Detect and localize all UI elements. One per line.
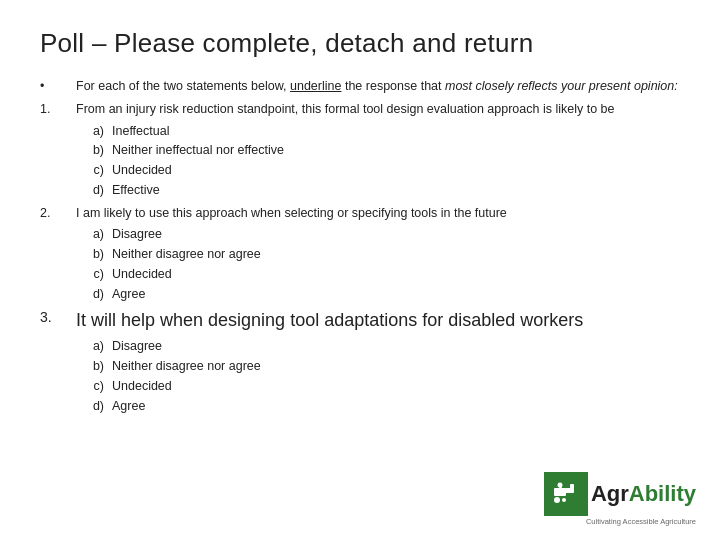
item3-subitems: a) Disagree b) Neither disagree nor agre… [40, 337, 680, 415]
item1-b-text: Neither ineffectual nor effective [112, 141, 680, 160]
item1-text: From an injury risk reduction standpoint… [76, 100, 680, 119]
agr-text: Agr [591, 481, 629, 506]
item1-symbol: 1. [40, 100, 76, 119]
svg-point-1 [554, 497, 560, 503]
item1-c-symbol: c) [40, 161, 112, 180]
item2-text: I am likely to use this approach when se… [76, 204, 680, 223]
item2-a: a) Disagree [40, 225, 680, 244]
item3-d-symbol: d) [40, 397, 112, 416]
item3-c-text: Undecided [112, 377, 680, 396]
item3-a: a) Disagree [40, 337, 680, 356]
ability-text: Ability [629, 481, 696, 506]
intro-bullet: • For each of the two statements below, … [40, 77, 680, 96]
item1-subitems: a) Ineffectual b) Neither ineffectual no… [40, 122, 680, 200]
svg-rect-4 [570, 484, 574, 489]
item2-c-symbol: c) [40, 265, 112, 284]
item3-text: It will help when designing tool adaptat… [76, 307, 680, 334]
page-title: Poll – Please complete, detach and retur… [40, 28, 680, 59]
svg-point-2 [562, 498, 566, 502]
item2-b-symbol: b) [40, 245, 112, 264]
item1-c-text: Undecided [112, 161, 680, 180]
logo-area: AgrAbility Cultivating Accessible Agricu… [544, 472, 696, 526]
item1-d-text: Effective [112, 181, 680, 200]
item2-d-text: Agree [112, 285, 680, 304]
logo-tagline: Cultivating Accessible Agriculture [544, 517, 696, 526]
item3-header: 3. It will help when designing tool adap… [40, 307, 680, 334]
item2-c-text: Undecided [112, 265, 680, 284]
item1-d: d) Effective [40, 181, 680, 200]
logo-wrapper: AgrAbility Cultivating Accessible Agricu… [544, 472, 696, 526]
item3-d: d) Agree [40, 397, 680, 416]
content-area: • For each of the two statements below, … [40, 77, 680, 415]
item3-d-text: Agree [112, 397, 680, 416]
item1-b-symbol: b) [40, 141, 112, 160]
svg-rect-6 [559, 487, 562, 492]
item2-b-text: Neither disagree nor agree [112, 245, 680, 264]
page-container: Poll – Please complete, detach and retur… [0, 0, 720, 540]
item2-c: c) Undecided [40, 265, 680, 284]
item1-c: c) Undecided [40, 161, 680, 180]
item2-a-text: Disagree [112, 225, 680, 244]
item3-a-symbol: a) [40, 337, 112, 356]
item1-header: 1. From an injury risk reduction standpo… [40, 100, 680, 119]
item3-b-text: Neither disagree nor agree [112, 357, 680, 376]
item1-a-text: Ineffectual [112, 122, 680, 141]
item2-a-symbol: a) [40, 225, 112, 244]
item3-b: b) Neither disagree nor agree [40, 357, 680, 376]
item1-b: b) Neither ineffectual nor effective [40, 141, 680, 160]
svg-point-5 [557, 483, 562, 488]
item2-b: b) Neither disagree nor agree [40, 245, 680, 264]
logo-text: AgrAbility [591, 481, 696, 507]
intro-text: For each of the two statements below, un… [76, 77, 680, 96]
item1-a-symbol: a) [40, 122, 112, 141]
item1-d-symbol: d) [40, 181, 112, 200]
item2-d: d) Agree [40, 285, 680, 304]
item3-symbol: 3. [40, 307, 76, 334]
item2-subitems: a) Disagree b) Neither disagree nor agre… [40, 225, 680, 303]
item3-c-symbol: c) [40, 377, 112, 396]
item3-a-text: Disagree [112, 337, 680, 356]
item2-symbol: 2. [40, 204, 76, 223]
item3-c: c) Undecided [40, 377, 680, 396]
agrability-icon-svg [550, 478, 582, 510]
item2-d-symbol: d) [40, 285, 112, 304]
logo-icon [544, 472, 588, 516]
item3-b-symbol: b) [40, 357, 112, 376]
bullet-symbol: • [40, 77, 76, 96]
item2-header: 2. I am likely to use this approach when… [40, 204, 680, 223]
item1-a: a) Ineffectual [40, 122, 680, 141]
